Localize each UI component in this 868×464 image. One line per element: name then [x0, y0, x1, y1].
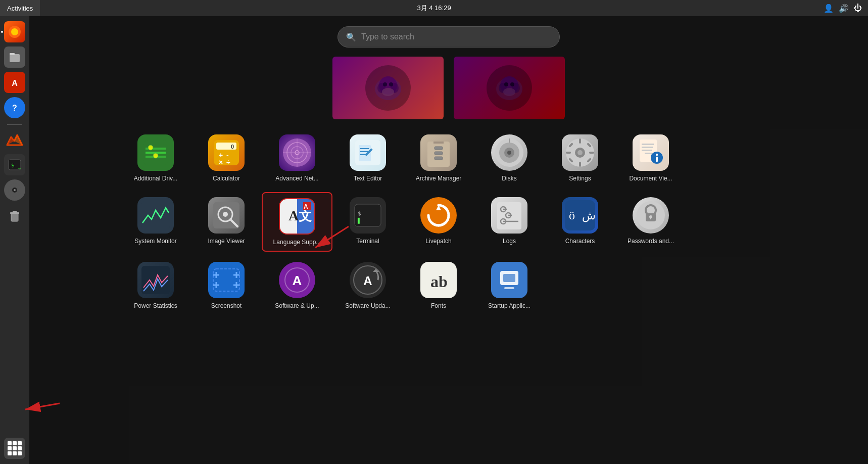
app-label-advanced-net: Advanced Net... — [275, 175, 318, 182]
workspace-thumb-2[interactable] — [454, 57, 565, 119]
app-label-language-supp: Language Supp... — [273, 239, 321, 246]
app-item-terminal-2[interactable]: $ ▋ Terminal — [332, 192, 403, 252]
svg-rect-81 — [642, 147, 653, 148]
svg-rect-86 — [656, 157, 658, 162]
search-bar[interactable]: 🔍 — [337, 26, 560, 48]
search-icon: 🔍 — [346, 32, 356, 42]
app-label-additional-driv: Additional Driv... — [134, 175, 177, 182]
show-apps-button[interactable] — [4, 438, 25, 459]
app-grid: Additional Driv... 0+-×÷ Calculator Adva… — [29, 129, 868, 314]
app-item-screenshot[interactable]: Screenshot — [191, 257, 262, 314]
app-label-passwords: Passwords and... — [628, 238, 674, 245]
app-item-document-viewer[interactable]: Document Vie... — [615, 129, 686, 187]
svg-rect-60 — [435, 147, 443, 150]
app-label-software-up: Software & Up... — [275, 302, 319, 309]
svg-rect-115 — [650, 217, 651, 219]
workspace-1-preview — [365, 65, 411, 111]
dock-item-disk[interactable] — [4, 179, 25, 201]
svg-rect-72 — [579, 162, 581, 167]
dock-separator — [7, 124, 22, 125]
app-icon-livepatch — [420, 197, 457, 234]
app-item-text-editor[interactable]: Text Editor — [332, 129, 403, 187]
svg-rect-85 — [656, 154, 658, 156]
activities-button[interactable]: Activities — [0, 0, 40, 16]
search-input[interactable] — [361, 32, 551, 41]
app-item-system-monitor[interactable]: System Monitor — [120, 192, 191, 252]
svg-rect-137 — [504, 287, 514, 289]
app-label-startup-applic: Startup Applic... — [488, 302, 531, 309]
app-icon-power-stats — [137, 262, 174, 298]
svg-point-15 — [14, 189, 16, 191]
svg-text:A: A — [363, 274, 372, 288]
app-icon-software-up: A — [279, 262, 315, 298]
app-label-terminal-2: Terminal — [356, 238, 379, 245]
volume-icon[interactable]: 🔊 — [839, 4, 849, 13]
app-item-image-viewer[interactable]: Image Viewer — [191, 192, 262, 252]
user-icon[interactable]: 👤 — [824, 4, 834, 13]
svg-rect-136 — [503, 274, 515, 282]
app-label-livepatch: Livepatch — [425, 238, 451, 245]
dock-item-trash[interactable] — [4, 205, 25, 226]
app-label-document-viewer: Document Vie... — [629, 175, 672, 182]
app-label-settings: Settings — [569, 175, 591, 182]
app-item-power-stats[interactable]: Power Statistics — [120, 257, 191, 314]
dock-item-help[interactable]: ? — [4, 97, 25, 118]
dock-item-appstore[interactable]: A — [4, 72, 25, 93]
app-icon-system-monitor — [137, 197, 174, 234]
dock-item-files[interactable] — [4, 47, 25, 68]
app-label-logs: Logs — [503, 238, 516, 245]
app-label-calculator: Calculator — [213, 175, 240, 182]
app-item-startup-applic[interactable]: Startup Applic... — [474, 257, 545, 314]
app-item-software-upda[interactable]: A Software Upda... — [332, 257, 403, 314]
svg-rect-82 — [642, 150, 652, 151]
svg-text:ab: ab — [430, 272, 448, 291]
app-label-screenshot: Screenshot — [211, 302, 242, 309]
clock-display: 3月 4 16:29 — [417, 4, 451, 13]
app-item-disks[interactable]: Disks — [474, 129, 545, 187]
app-label-archive-manager: Archive Manager — [416, 175, 462, 182]
app-icon-fonts: ab — [420, 262, 457, 298]
dock-item-matlab[interactable] — [4, 129, 25, 150]
svg-text:?: ? — [12, 104, 17, 112]
app-item-passwords[interactable]: Passwords and... — [615, 192, 686, 252]
app-row-3: Power Statistics Screenshot A Software &… — [70, 257, 828, 314]
power-icon[interactable]: ⏻ — [854, 4, 862, 13]
svg-point-25 — [389, 82, 393, 86]
svg-point-90 — [223, 212, 228, 217]
app-item-advanced-net[interactable]: Advanced Net... — [262, 129, 332, 187]
dock-item-firefox[interactable] — [4, 21, 25, 42]
app-item-livepatch[interactable]: Livepatch — [403, 192, 474, 252]
app-label-fonts: Fonts — [431, 302, 446, 309]
svg-text:$ _: $ _ — [11, 162, 21, 169]
app-icon-document-viewer — [633, 134, 669, 171]
svg-text:$: $ — [358, 210, 361, 217]
svg-point-23 — [382, 88, 394, 96]
svg-text:0: 0 — [231, 144, 234, 150]
app-item-additional-driv[interactable]: Additional Driv... — [120, 129, 191, 187]
app-item-software-up[interactable]: A Software & Up... — [262, 257, 332, 314]
svg-rect-16 — [11, 213, 18, 221]
app-item-fonts[interactable]: ab Fonts — [403, 257, 474, 314]
svg-rect-61 — [435, 152, 443, 155]
dock-item-terminal[interactable]: $ _ — [4, 154, 25, 175]
app-item-calculator[interactable]: 0+-×÷ Calculator — [191, 129, 262, 187]
svg-text:A: A — [304, 203, 308, 210]
app-icon-disks — [491, 134, 527, 171]
app-icon-calculator: 0+-×÷ — [208, 134, 245, 171]
svg-text:A: A — [288, 208, 299, 223]
svg-point-24 — [383, 82, 387, 86]
svg-point-30 — [503, 88, 515, 96]
svg-text:ش: ش — [582, 209, 595, 222]
svg-text:×: × — [219, 158, 223, 166]
dock: A ? $ _ — [0, 16, 29, 464]
workspace-thumb-1[interactable] — [332, 57, 444, 119]
svg-text:ö: ö — [569, 209, 575, 222]
app-item-characters[interactable]: öش Characters — [545, 192, 615, 252]
app-item-settings[interactable]: Settings — [545, 129, 615, 187]
app-item-archive-manager[interactable]: Archive Manager — [403, 129, 474, 187]
app-icon-image-viewer — [208, 197, 245, 234]
svg-text:A: A — [293, 273, 302, 288]
app-item-language-supp[interactable]: A 文 A Language Supp... — [262, 192, 332, 252]
app-item-logs[interactable]: Logs — [474, 192, 545, 252]
app-icon-text-editor — [350, 134, 386, 171]
